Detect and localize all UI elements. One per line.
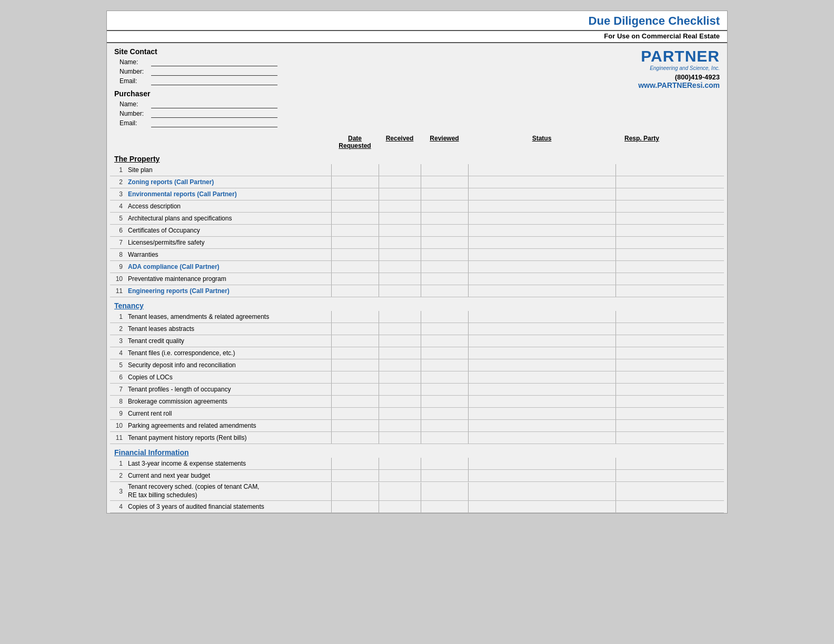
cell-reviewed[interactable]	[421, 261, 468, 273]
cell-received[interactable]	[379, 311, 421, 323]
cell-resp-party[interactable]	[615, 261, 668, 273]
cell-status[interactable]	[468, 200, 615, 212]
cell-resp-party[interactable]	[615, 164, 668, 176]
cell-status[interactable]	[468, 213, 615, 224]
purchaser-email-input[interactable]	[151, 119, 277, 127]
cell-resp-party[interactable]	[615, 200, 668, 212]
cell-received[interactable]	[379, 501, 421, 512]
site-contact-number-input[interactable]	[151, 67, 277, 76]
cell-received[interactable]	[379, 420, 421, 431]
cell-resp-party[interactable]	[615, 384, 668, 395]
cell-reviewed[interactable]	[421, 213, 468, 224]
cell-received[interactable]	[379, 225, 421, 236]
cell-received[interactable]	[379, 432, 421, 444]
cell-reviewed[interactable]	[421, 237, 468, 248]
cell-resp-party[interactable]	[615, 432, 668, 444]
cell-reviewed[interactable]	[421, 432, 468, 444]
cell-received[interactable]	[379, 285, 421, 297]
cell-reviewed[interactable]	[421, 371, 468, 383]
cell-status[interactable]	[468, 311, 615, 323]
cell-reviewed[interactable]	[421, 384, 468, 395]
cell-date[interactable]	[331, 482, 379, 500]
cell-date[interactable]	[331, 420, 379, 431]
cell-reviewed[interactable]	[421, 335, 468, 347]
cell-date[interactable]	[331, 323, 379, 335]
cell-reviewed[interactable]	[421, 188, 468, 200]
cell-date[interactable]	[331, 237, 379, 248]
cell-received[interactable]	[379, 408, 421, 419]
cell-status[interactable]	[468, 384, 615, 395]
cell-date[interactable]	[331, 176, 379, 188]
cell-status[interactable]	[468, 335, 615, 347]
cell-status[interactable]	[468, 432, 615, 444]
cell-date[interactable]	[331, 213, 379, 224]
cell-status[interactable]	[468, 261, 615, 273]
cell-reviewed[interactable]	[421, 273, 468, 285]
cell-resp-party[interactable]	[615, 225, 668, 236]
cell-date[interactable]	[331, 285, 379, 297]
cell-received[interactable]	[379, 482, 421, 500]
cell-status[interactable]	[468, 470, 615, 481]
cell-reviewed[interactable]	[421, 347, 468, 359]
cell-status[interactable]	[468, 164, 615, 176]
cell-received[interactable]	[379, 213, 421, 224]
cell-received[interactable]	[379, 200, 421, 212]
cell-received[interactable]	[379, 249, 421, 260]
cell-resp-party[interactable]	[615, 371, 668, 383]
cell-reviewed[interactable]	[421, 164, 468, 176]
cell-resp-party[interactable]	[615, 420, 668, 431]
cell-reviewed[interactable]	[421, 458, 468, 469]
cell-received[interactable]	[379, 323, 421, 335]
cell-date[interactable]	[331, 396, 379, 407]
cell-status[interactable]	[468, 396, 615, 407]
cell-date[interactable]	[331, 335, 379, 347]
site-contact-name-input[interactable]	[151, 58, 277, 66]
purchaser-number-input[interactable]	[151, 109, 277, 118]
cell-resp-party[interactable]	[615, 213, 668, 224]
cell-reviewed[interactable]	[421, 420, 468, 431]
cell-reviewed[interactable]	[421, 408, 468, 419]
cell-status[interactable]	[468, 237, 615, 248]
cell-resp-party[interactable]	[615, 458, 668, 469]
cell-received[interactable]	[379, 237, 421, 248]
cell-resp-party[interactable]	[615, 396, 668, 407]
cell-reviewed[interactable]	[421, 225, 468, 236]
cell-reviewed[interactable]	[421, 482, 468, 500]
cell-date[interactable]	[331, 311, 379, 323]
cell-status[interactable]	[468, 225, 615, 236]
cell-date[interactable]	[331, 225, 379, 236]
cell-date[interactable]	[331, 188, 379, 200]
cell-date[interactable]	[331, 249, 379, 260]
cell-resp-party[interactable]	[615, 311, 668, 323]
cell-received[interactable]	[379, 470, 421, 481]
cell-resp-party[interactable]	[615, 359, 668, 371]
cell-status[interactable]	[468, 347, 615, 359]
cell-resp-party[interactable]	[615, 188, 668, 200]
cell-received[interactable]	[379, 188, 421, 200]
cell-status[interactable]	[468, 323, 615, 335]
cell-received[interactable]	[379, 458, 421, 469]
cell-resp-party[interactable]	[615, 501, 668, 512]
cell-resp-party[interactable]	[615, 323, 668, 335]
cell-resp-party[interactable]	[615, 285, 668, 297]
cell-reviewed[interactable]	[421, 200, 468, 212]
cell-status[interactable]	[468, 188, 615, 200]
cell-date[interactable]	[331, 458, 379, 469]
cell-status[interactable]	[468, 420, 615, 431]
cell-received[interactable]	[379, 273, 421, 285]
cell-received[interactable]	[379, 347, 421, 359]
cell-resp-party[interactable]	[615, 249, 668, 260]
cell-resp-party[interactable]	[615, 273, 668, 285]
cell-status[interactable]	[468, 501, 615, 512]
cell-received[interactable]	[379, 335, 421, 347]
site-contact-email-input[interactable]	[151, 77, 277, 85]
cell-date[interactable]	[331, 408, 379, 419]
cell-resp-party[interactable]	[615, 347, 668, 359]
cell-status[interactable]	[468, 273, 615, 285]
cell-received[interactable]	[379, 164, 421, 176]
cell-received[interactable]	[379, 261, 421, 273]
cell-date[interactable]	[331, 371, 379, 383]
cell-resp-party[interactable]	[615, 335, 668, 347]
cell-resp-party[interactable]	[615, 176, 668, 188]
cell-status[interactable]	[468, 482, 615, 500]
